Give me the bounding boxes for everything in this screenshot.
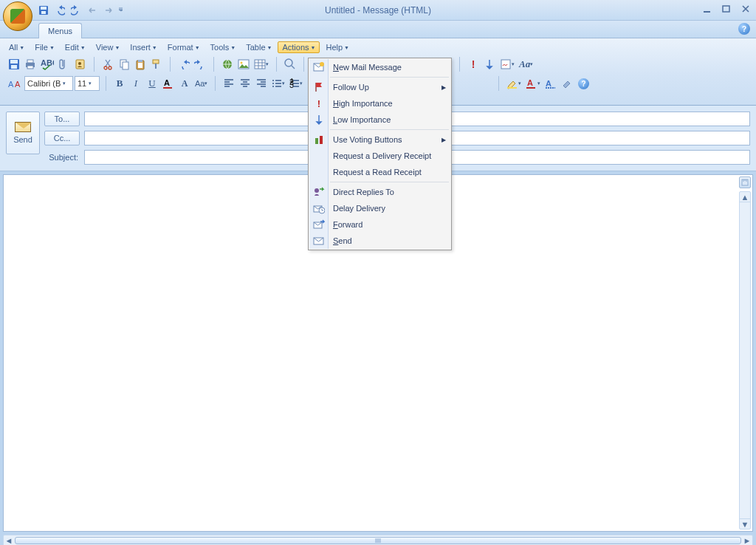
undo-button[interactable] (53, 4, 66, 17)
italic-button[interactable]: I (128, 75, 143, 92)
vertical-scrollbar[interactable]: ▲ ▼ (739, 191, 751, 529)
paste-icon[interactable] (133, 56, 148, 72)
submenu-arrow-icon: ▶ (441, 84, 446, 91)
save-button[interactable] (37, 4, 50, 17)
font-dialog-icon[interactable]: Aa▾ (518, 56, 535, 72)
menu-tools[interactable]: Tools▼ (206, 41, 241, 53)
menu-delay-delivery[interactable]: Delay Delivery (309, 200, 450, 216)
window-controls (701, 3, 752, 15)
font-name-combo[interactable]: Calibri (B▾ (24, 76, 73, 91)
font-color-a-button[interactable]: A▾ (524, 75, 542, 92)
highlight-button[interactable]: ▾ (505, 75, 523, 92)
redo-button[interactable] (69, 4, 83, 17)
qat-customize-button[interactable] (118, 4, 123, 17)
picture-icon[interactable] (236, 56, 251, 72)
address-book-icon[interactable] (73, 56, 88, 72)
svg-text:A: A (8, 80, 14, 89)
scroll-up-button[interactable]: ▲ (740, 192, 750, 202)
attach-icon[interactable] (57, 56, 72, 72)
svg-point-45 (320, 62, 324, 66)
bold-button[interactable]: B (112, 75, 127, 92)
table-icon[interactable]: ▾ (252, 56, 270, 72)
next-item-button[interactable] (102, 4, 115, 17)
svg-rect-4 (723, 6, 729, 12)
clear-format-button[interactable]: A (177, 75, 192, 92)
align-center-button[interactable] (238, 75, 252, 92)
scroll-left-button[interactable]: ◄ (4, 535, 14, 545)
svg-point-13 (78, 62, 81, 65)
menu-send[interactable]: Send (309, 233, 450, 249)
prev-item-button[interactable] (86, 4, 99, 17)
tab-menus[interactable]: Menus (38, 23, 82, 38)
menu-help[interactable]: Help▼ (321, 41, 354, 53)
menu-high-importance[interactable]: ! High Importance (309, 95, 450, 112)
scroll-thumb[interactable] (15, 537, 741, 544)
undo-icon[interactable] (176, 56, 191, 72)
send-icon (313, 235, 325, 247)
cut-icon[interactable] (100, 56, 115, 72)
svg-rect-28 (501, 60, 510, 69)
menu-use-voting-buttons[interactable]: Use Voting Buttons ▶ (309, 131, 450, 148)
menu-new-mail-message[interactable]: New Mail Message (309, 59, 450, 75)
menu-view[interactable]: View▼ (92, 41, 125, 53)
svg-rect-3 (704, 11, 710, 13)
flag-icon (313, 81, 325, 93)
text-effects-button[interactable]: A (543, 75, 558, 92)
menu-all[interactable]: All▼ (4, 41, 29, 53)
horizontal-scrollbar[interactable]: ◄ ► (3, 535, 753, 545)
menu-follow-up[interactable]: Follow Up ▶ (309, 79, 450, 95)
menu-direct-replies-to[interactable]: Direct Replies To (309, 184, 450, 200)
help-round-button[interactable]: ? (576, 75, 591, 92)
svg-point-34 (272, 83, 274, 84)
align-left-button[interactable] (221, 75, 236, 92)
cc-button[interactable]: Cc... (44, 131, 80, 145)
menu-file[interactable]: File▼ (30, 41, 59, 53)
menu-table[interactable]: Table▼ (241, 41, 276, 53)
styles-icon[interactable]: AA (7, 75, 23, 92)
signature-icon[interactable]: ▾ (498, 56, 516, 72)
bullets-button[interactable]: ▾ (270, 75, 286, 92)
align-right-button[interactable] (254, 75, 269, 92)
maximize-button[interactable] (721, 3, 732, 15)
print-icon[interactable] (23, 56, 38, 72)
redo-icon[interactable] (193, 56, 207, 72)
save-icon[interactable] (7, 56, 21, 72)
underline-button[interactable]: U (145, 75, 159, 92)
copy-icon[interactable] (117, 56, 131, 72)
svg-rect-22 (155, 64, 157, 69)
menu-edit[interactable]: Edit▼ (61, 41, 90, 53)
svg-rect-17 (123, 62, 128, 69)
send-button[interactable]: Send (6, 112, 40, 154)
office-logo-icon (10, 9, 25, 24)
font-size-combo[interactable]: 11▾ (75, 76, 100, 91)
menu-actions[interactable]: Actions▼ (278, 41, 320, 53)
scroll-right-button[interactable]: ► (742, 535, 752, 545)
font-color-button[interactable]: A (161, 75, 176, 92)
hyperlink-icon[interactable] (220, 56, 235, 72)
menu-format[interactable]: Format▼ (163, 41, 205, 53)
quick-access-toolbar (37, 0, 123, 20)
format-painter-icon[interactable] (149, 56, 164, 72)
scroll-down-button[interactable]: ▼ (740, 518, 750, 529)
menu-forward[interactable]: Forward (309, 216, 450, 233)
ruler-toggle-button[interactable] (739, 176, 751, 188)
menu-request-delivery-receipt[interactable]: Request a Delivery Receipt (309, 148, 450, 164)
close-button[interactable] (740, 3, 752, 15)
svg-point-35 (272, 86, 274, 87)
help-button[interactable]: ? (738, 23, 750, 35)
numbering-button[interactable]: 123▾ (288, 75, 304, 92)
menu-request-read-receipt[interactable]: Request a Read Receipt (309, 164, 450, 180)
spellcheck-icon[interactable]: ABC (39, 56, 55, 72)
to-button[interactable]: To... (44, 112, 80, 126)
svg-rect-19 (138, 60, 142, 62)
importance-high-icon[interactable]: ! (466, 56, 481, 72)
office-button[interactable] (3, 1, 32, 31)
importance-low-icon[interactable] (482, 56, 497, 72)
insert-horizontal-button[interactable] (560, 75, 574, 92)
svg-text:3: 3 (289, 80, 294, 89)
change-case-button[interactable]: Aa▾ (193, 75, 209, 92)
zoom-icon[interactable] (283, 56, 298, 72)
minimize-button[interactable] (701, 3, 713, 15)
menu-low-importance[interactable]: Low Importance (309, 112, 450, 128)
menu-insert[interactable]: Insert▼ (126, 41, 161, 53)
